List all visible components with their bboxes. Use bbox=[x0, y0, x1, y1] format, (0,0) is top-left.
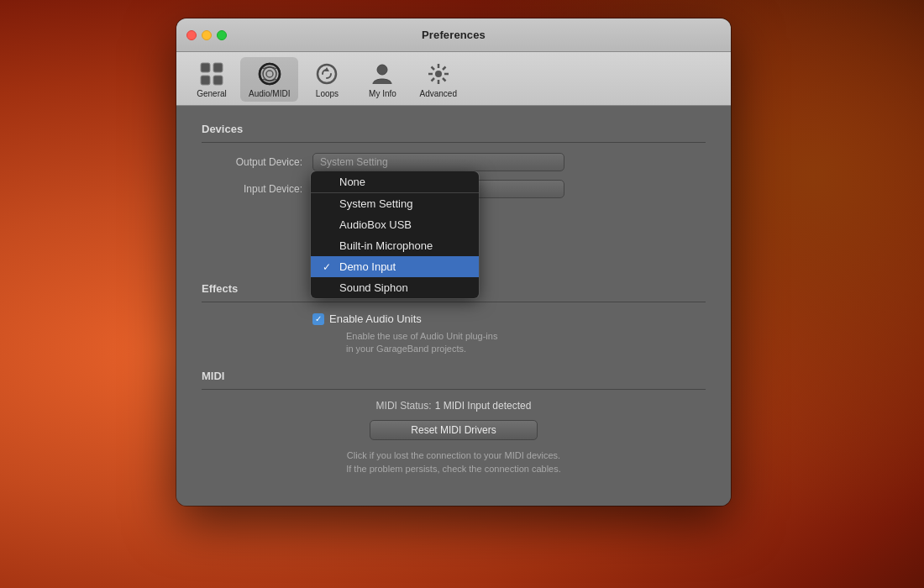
output-device-select[interactable]: System Setting bbox=[312, 153, 564, 171]
svg-point-11 bbox=[435, 71, 442, 77]
midi-section: MIDI MIDI Status: 1 MIDI Input detected … bbox=[202, 370, 706, 476]
close-button[interactable] bbox=[186, 30, 197, 40]
tab-audio-midi[interactable]: Audio/MIDI bbox=[240, 57, 298, 102]
dropdown-item-demo-input[interactable]: ✓ Demo Input bbox=[311, 256, 479, 277]
midi-button-row: Reset MIDI Drivers bbox=[202, 420, 706, 440]
enable-audio-units-row: ✓ Enable Audio Units bbox=[312, 312, 706, 325]
reset-midi-drivers-button[interactable]: Reset MIDI Drivers bbox=[370, 420, 538, 440]
dropdown-item-sound-siphon[interactable]: Sound Siphon bbox=[311, 277, 479, 298]
tab-my-info[interactable]: My Info bbox=[355, 57, 409, 102]
svg-point-5 bbox=[263, 67, 276, 81]
dropdown-item-none[interactable]: None bbox=[311, 171, 479, 192]
midi-title: MIDI bbox=[202, 370, 706, 382]
minimize-button[interactable] bbox=[202, 30, 212, 40]
output-device-label: Output Device: bbox=[202, 156, 302, 168]
tab-general[interactable]: General bbox=[185, 57, 239, 102]
input-device-label: Input Device: bbox=[202, 183, 302, 195]
svg-line-19 bbox=[431, 78, 434, 81]
tab-loops[interactable]: Loops bbox=[300, 57, 354, 102]
effects-description-line2: in your GarageBand projects. bbox=[346, 343, 598, 355]
devices-section: Devices Output Device: System Setting In… bbox=[202, 123, 706, 198]
content-area: Devices Output Device: System Setting In… bbox=[176, 106, 731, 506]
tab-advanced-label: Advanced bbox=[419, 89, 456, 98]
tab-advanced[interactable]: Advanced bbox=[411, 57, 465, 102]
svg-rect-3 bbox=[213, 76, 223, 85]
devices-title: Devices bbox=[202, 123, 706, 135]
midi-divider bbox=[202, 389, 706, 390]
input-device-dropdown[interactable]: None System Setting AudioBox USB Built-i… bbox=[311, 171, 479, 298]
traffic-lights bbox=[186, 30, 227, 40]
devices-divider bbox=[202, 142, 706, 143]
preferences-window: Preferences General bbox=[176, 18, 731, 506]
svg-rect-1 bbox=[201, 76, 210, 85]
dropdown-item-audiobox-usb[interactable]: AudioBox USB bbox=[311, 214, 479, 235]
tab-loops-label: Loops bbox=[316, 89, 339, 98]
midi-status-label: MIDI Status: bbox=[376, 400, 432, 412]
loops-icon bbox=[313, 60, 340, 87]
dropdown-item-built-in-microphone[interactable]: Built-in Microphone bbox=[311, 235, 479, 256]
advanced-icon bbox=[425, 60, 452, 87]
titlebar: Preferences bbox=[176, 18, 731, 52]
my-info-icon bbox=[369, 60, 396, 87]
midi-status-value: 1 MIDI Input detected bbox=[435, 400, 532, 412]
svg-point-7 bbox=[256, 60, 283, 87]
svg-line-17 bbox=[443, 78, 446, 81]
tab-my-info-label: My Info bbox=[369, 89, 396, 98]
svg-point-6 bbox=[266, 71, 273, 77]
effects-description-line1: Enable the use of Audio Unit plug-ins bbox=[346, 330, 598, 343]
svg-rect-0 bbox=[201, 63, 210, 72]
svg-line-18 bbox=[443, 67, 446, 71]
toolbar: General Audio/MIDI bbox=[176, 52, 731, 106]
input-device-row: Input Device: Demo Input None System Set… bbox=[202, 180, 706, 198]
maximize-button[interactable] bbox=[217, 30, 227, 40]
dropdown-item-system-setting[interactable]: System Setting bbox=[311, 192, 479, 214]
svg-line-16 bbox=[431, 67, 434, 71]
window-title: Preferences bbox=[422, 29, 486, 41]
audio-midi-icon bbox=[256, 60, 283, 87]
svg-rect-2 bbox=[213, 63, 223, 72]
enable-audio-units-label: Enable Audio Units bbox=[329, 312, 422, 325]
midi-status-row: MIDI Status: 1 MIDI Input detected bbox=[202, 400, 706, 412]
tab-general-label: General bbox=[197, 89, 227, 98]
general-icon bbox=[198, 60, 225, 87]
output-device-row: Output Device: System Setting bbox=[202, 153, 706, 171]
svg-point-10 bbox=[377, 65, 387, 75]
midi-description: Click if you lost the connection to your… bbox=[202, 449, 706, 476]
midi-description-line1: Click if you lost the connection to your… bbox=[302, 449, 605, 463]
midi-description-line2: If the problem persists, check the conne… bbox=[302, 462, 605, 476]
enable-audio-units-checkbox[interactable]: ✓ bbox=[312, 313, 324, 325]
tab-audio-midi-label: Audio/MIDI bbox=[249, 89, 290, 98]
effects-divider bbox=[202, 302, 706, 302]
